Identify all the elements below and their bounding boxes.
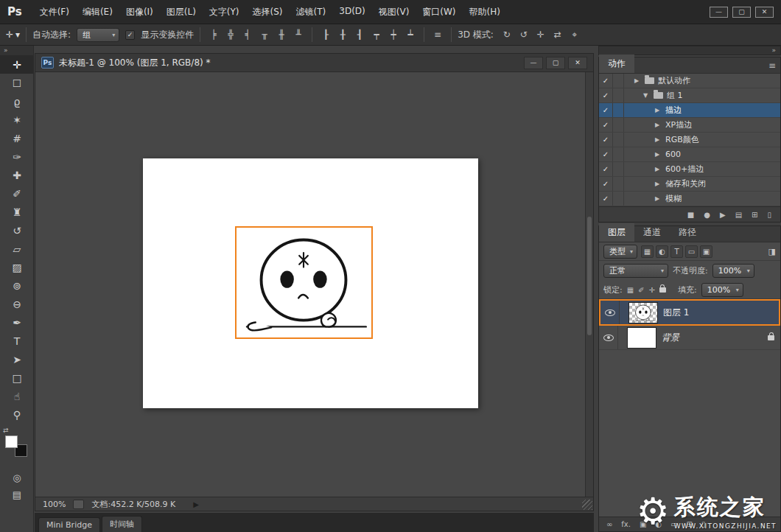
align-icon[interactable]: ╥ [257,28,272,41]
canvas-page[interactable] [143,158,478,408]
blend-mode-dropdown[interactable]: 正常 ▾ [603,264,668,278]
record-icon[interactable]: ● [704,211,710,219]
menu-item[interactable]: 图像(I) [120,3,159,21]
scrollbar-thumb[interactable] [587,217,592,335]
bottom-panel-tab[interactable]: 时间轴 [102,516,142,532]
align-icon[interactable]: ╬ [223,28,238,41]
3d-mode-icon[interactable]: ✛ [533,28,548,41]
action-toggle-checkbox[interactable]: ✓ [599,118,613,132]
brush-tool[interactable]: ✐ [0,184,34,203]
stop-icon[interactable]: ■ [687,211,694,219]
distribute-icon[interactable]: ┿ [386,28,401,41]
filter-smart-object-icon[interactable]: ▣ [700,245,712,258]
menu-item[interactable]: 视图(V) [373,3,416,21]
layer-name[interactable]: 图层 1 [663,307,689,319]
close-button[interactable]: ✕ [755,7,774,18]
distribute-icon[interactable]: ┨ [352,28,367,41]
menu-item[interactable]: 3D(D) [333,3,371,21]
history-brush-tool[interactable]: ↺ [0,221,34,239]
quick-mask-button[interactable]: ◎ [0,469,34,486]
zoom-tool[interactable]: ⚲ [0,405,34,424]
doc-close-button[interactable]: ✕ [568,57,587,69]
auto-align-icon[interactable]: ≡ [430,28,445,41]
distribute-icon[interactable]: ┯ [369,28,384,41]
dodge-tool[interactable]: ⊖ [0,295,34,313]
layer-style-icon[interactable]: fx. [621,520,631,528]
align-icon[interactable]: ╫ [274,28,289,41]
filter-switch-icon[interactable]: ◨ [768,247,776,256]
layer-thumbnail[interactable] [628,302,658,323]
foreground-color-swatch[interactable] [5,435,18,448]
action-row[interactable]: ✓ ▶ 600+描边 [599,162,780,177]
screen-mode-button[interactable]: ▤ [0,486,34,503]
bottom-panel-tab[interactable]: Mini Bridge [38,517,100,532]
kind-filter-dropdown[interactable]: 类型 ▾ [603,245,637,259]
doc-minimize-button[interactable]: — [524,57,543,69]
transform-controls-box[interactable] [235,226,373,339]
menu-item[interactable]: 窗口(W) [416,3,461,21]
dialog-toggle-cell[interactable] [613,177,624,191]
3d-mode-icon[interactable]: ↻ [500,28,514,41]
expand-triangle-icon[interactable]: ▶ [655,151,662,158]
clone-stamp-tool[interactable]: ♜ [0,203,34,221]
layer-row-background[interactable]: 背景 [599,326,780,350]
dialog-toggle-cell[interactable] [613,192,624,206]
action-row[interactable]: ✓ ▶ RGB颜色 [599,133,780,147]
layer-name[interactable]: 背景 [662,332,679,344]
action-toggle-checkbox[interactable]: ✓ [599,88,613,102]
fill-dropdown[interactable]: 100% ▾ [701,283,743,297]
visibility-toggle[interactable] [599,326,618,349]
doc-maximize-button[interactable]: ▢ [546,57,565,69]
expand-triangle-icon[interactable]: ▶ [655,166,662,172]
expand-triangle-icon[interactable]: ▶ [655,122,662,128]
crop-tool[interactable]: # [0,129,34,147]
layers-panel-tab[interactable]: 通道 [634,223,670,242]
action-toggle-checkbox[interactable]: ✓ [599,103,613,117]
dialog-toggle-cell[interactable] [613,147,624,161]
path-selection-tool[interactable]: ➤ [0,350,34,368]
distribute-icon[interactable]: ┷ [403,28,418,41]
show-transform-checkbox[interactable]: ✓ [125,30,135,40]
status-options-button[interactable] [73,500,84,509]
dialog-toggle-cell[interactable] [613,74,624,88]
dialog-toggle-cell[interactable] [613,118,624,132]
layer-row-layer1[interactable]: 图层 1 [599,299,780,326]
expand-triangle-icon[interactable]: ▶ [634,77,641,84]
switch-colors-icon[interactable]: ⇄ [3,427,9,434]
align-icon[interactable]: ╞ [206,28,221,41]
action-row[interactable]: ✓ ▶ 描边 [599,103,780,118]
action-toggle-checkbox[interactable]: ✓ [599,162,613,176]
quick-selection-tool[interactable]: ✶ [0,111,34,129]
expand-triangle-icon[interactable]: ▶ [655,181,662,187]
dialog-toggle-cell[interactable] [613,162,624,176]
menu-item[interactable]: 文件(F) [34,3,75,21]
action-toggle-checkbox[interactable]: ✓ [599,177,613,191]
active-tool-preset[interactable]: ✛ ▾ [6,29,20,40]
expand-triangle-icon[interactable]: ▼ [643,92,650,99]
align-icon[interactable]: ╨ [291,28,306,41]
opacity-dropdown[interactable]: 100% ▾ [712,264,754,278]
delete-icon[interactable]: ▯ [767,211,771,219]
action-toggle-checkbox[interactable]: ✓ [599,147,613,161]
layers-panel-tab[interactable]: 图层 [599,223,634,242]
dialog-toggle-cell[interactable] [613,88,624,102]
action-row[interactable]: ✓ ▶ 默认动作 [599,74,780,88]
lock-paint-icon[interactable]: ✐ [638,286,644,294]
toolbar-collapse-button[interactable]: » [0,46,33,55]
action-toggle-checkbox[interactable]: ✓ [599,133,613,147]
menu-item[interactable]: 帮助(H) [463,3,506,21]
action-row[interactable]: ✓ ▶ 模糊 [599,192,780,206]
tab-actions[interactable]: 动作 [599,55,634,73]
shape-tool[interactable]: □ [0,368,34,387]
distribute-icon[interactable]: ╂ [335,28,350,41]
expand-triangle-icon[interactable]: ▶ [655,107,662,113]
link-layers-icon[interactable]: ∞ [606,520,612,528]
lock-move-icon[interactable]: ✛ [649,286,655,294]
minimize-button[interactable]: — [710,7,728,18]
expand-triangle-icon[interactable]: ▶ [655,136,662,143]
zoom-level[interactable]: 100% [43,500,66,509]
filter-pixel-icon[interactable]: ▦ [641,245,654,258]
lock-all-icon[interactable] [659,287,666,293]
action-row[interactable]: ✓ ▶ XP描边 [599,118,780,133]
lock-transparent-icon[interactable]: ▦ [627,286,634,294]
